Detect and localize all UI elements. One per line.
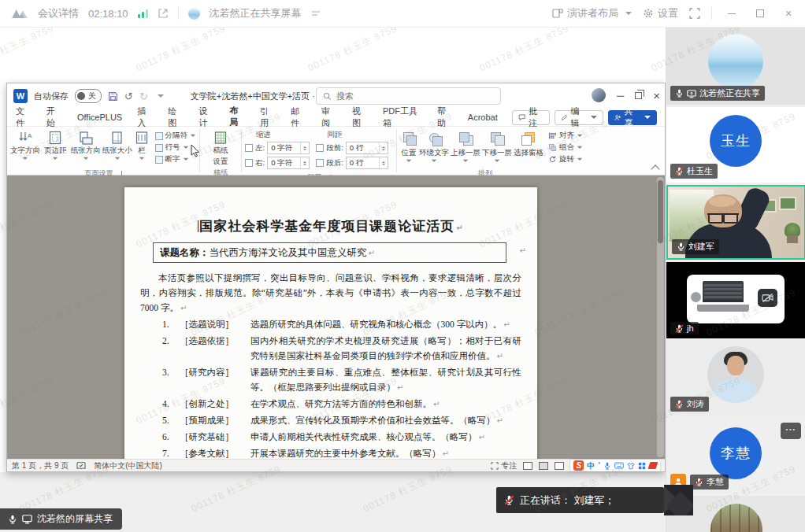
- close-button[interactable]: ×: [780, 7, 797, 20]
- maximize-button[interactable]: [751, 7, 769, 20]
- camera-off-placeholder: [687, 275, 785, 323]
- word-window: W 自动保存 关 ↺ ↻ 文学院+沈若然+中国文学+活页 · 已保存: [6, 83, 666, 472]
- indent-right-stepper[interactable]: 0 字符: [267, 157, 310, 169]
- page-indicator[interactable]: 第 1 页，共 9 页: [12, 460, 69, 471]
- indent-left-stepper[interactable]: 0 字符: [267, 142, 310, 154]
- quick-access-caret-icon[interactable]: [158, 94, 164, 101]
- list-item: 3.［研究内容］课题研究的主要目标、重点难点、整体框架、研究计划及其可行性等。（…: [162, 365, 521, 395]
- list-item: 4.［创新之处］在学术观点、研究方法等方面的特色和创新。↵: [162, 397, 521, 412]
- meeting-details-button[interactable]: 会议详情: [38, 6, 79, 20]
- account-avatar[interactable]: [592, 88, 606, 102]
- word-minimize-button[interactable]: ─: [617, 90, 624, 102]
- document-page[interactable]: 国家社会科学基金年度项目课题论证活页↵ 课题名称：当代西方海洋文论及其中国意义研…: [124, 187, 537, 459]
- group-paper: 稿纸 设置 稿纸: [200, 127, 241, 175]
- participant-tile[interactable]: 玉生 杜玉生: [666, 107, 805, 183]
- participant-tile[interactable]: jh: [666, 262, 805, 338]
- focus-mode-button[interactable]: 专注: [491, 460, 517, 471]
- read-mode-view-button[interactable]: [523, 462, 532, 470]
- paper-size-icon: [110, 131, 124, 145]
- web-layout-view-button[interactable]: [555, 462, 564, 470]
- position-button[interactable]: 位置: [400, 129, 417, 165]
- participant-tile[interactable]: 李慧 ⋯ 李慧: [666, 418, 805, 493]
- sharing-status-text: 沈若然正在共享屏幕: [210, 6, 302, 20]
- genko-setup-button[interactable]: 稿纸 设置: [203, 129, 238, 167]
- align-button[interactable]: 对齐: [548, 131, 583, 141]
- ribbon-layout-tab: 文字方向 页边距 纸张方向 纸张大小: [7, 127, 665, 175]
- fullscreen-icon[interactable]: [689, 8, 700, 19]
- redo-button[interactable]: ↻: [139, 91, 148, 102]
- autosave-state: 关: [88, 91, 96, 102]
- search-input[interactable]: [336, 91, 470, 101]
- toolbox-icon[interactable]: [638, 462, 646, 470]
- selection-pane-button[interactable]: 选择窗格: [514, 129, 543, 158]
- word-close-button[interactable]: ×: [653, 89, 660, 102]
- mouse-cursor: [191, 144, 200, 158]
- mic-muted-icon: [675, 400, 684, 408]
- breaks-button[interactable]: 分隔符: [155, 131, 197, 141]
- layout-switcher[interactable]: 演讲者布局: [552, 6, 632, 20]
- space-after-stepper[interactable]: 0 行: [346, 157, 388, 169]
- active-speaker-text: 正在讲话： 刘建军；: [520, 493, 615, 508]
- space-before-stepper[interactable]: 0 行: [346, 142, 388, 154]
- skin-icon[interactable]: [627, 462, 635, 470]
- sogou-tool-icon[interactable]: [648, 462, 658, 469]
- save-icon[interactable]: [108, 91, 118, 102]
- space-before-label: 段前:: [326, 143, 343, 153]
- scrollbar-thumb[interactable]: [658, 180, 663, 243]
- margins-button[interactable]: 页边距: [42, 129, 69, 163]
- space-before-icon: [316, 144, 324, 152]
- settings-button[interactable]: 设置: [643, 6, 678, 20]
- send-backward-button[interactable]: 下移一层: [482, 129, 512, 165]
- participant-tile[interactable]: 沈若然正在共享: [666, 28, 805, 105]
- text-direction-button[interactable]: 文字方向: [10, 129, 40, 163]
- open-share-window-icon[interactable]: [158, 8, 169, 19]
- chinese-mode-icon[interactable]: 中: [587, 460, 595, 471]
- meeting-timer: 02:18:10: [88, 8, 128, 20]
- avatar-initials: 李慧: [710, 427, 762, 479]
- rotate-button[interactable]: 旋转: [548, 154, 583, 164]
- tab-acrobat[interactable]: Acrobat: [467, 110, 499, 124]
- word-restore-button[interactable]: [635, 92, 642, 99]
- word-search-box[interactable]: [316, 87, 501, 105]
- speaker-mic-icon: [504, 495, 514, 505]
- punctuation-icon[interactable]: ’: [598, 461, 600, 470]
- editing-mode-button[interactable]: 编辑: [555, 110, 603, 125]
- participant-name-badge: 杜玉生: [670, 164, 718, 179]
- wrap-text-button[interactable]: 环绕文字: [419, 129, 449, 165]
- print-layout-view-button[interactable]: [539, 462, 548, 470]
- participant-tile-active-speaker[interactable]: 刘建军: [666, 185, 805, 260]
- autosave-toggle[interactable]: 关: [75, 89, 102, 103]
- orientation-button[interactable]: 纸张方向: [71, 129, 101, 163]
- subject-label: 课题名称：: [160, 247, 210, 258]
- tab-officeplus[interactable]: OfficePLUS: [76, 110, 123, 124]
- indent-left-icon: [245, 144, 253, 152]
- more-options-button[interactable]: ⋯: [781, 423, 801, 439]
- document-canvas[interactable]: 国家社会科学基金年度项目课题论证活页↵ 课题名称：当代西方海洋文论及其中国意义研…: [7, 175, 665, 459]
- voice-input-icon[interactable]: [603, 462, 611, 470]
- divider: [178, 7, 179, 20]
- soft-keyboard-icon[interactable]: [614, 462, 624, 469]
- subject-value: 当代西方海洋文论及其中国意义研究: [210, 247, 367, 258]
- columns-button[interactable]: 栏: [134, 129, 150, 163]
- comments-button[interactable]: 批注: [512, 110, 550, 125]
- group-page-setup: 文字方向 页边距 纸张方向 纸张大小: [7, 127, 199, 175]
- indent-left-label: 左:: [255, 143, 265, 153]
- spellcheck-icon[interactable]: [76, 461, 86, 471]
- collapse-ribbon-icon[interactable]: [651, 164, 659, 173]
- document-scrollbar[interactable]: [657, 177, 664, 457]
- bring-forward-button[interactable]: 上移一层: [451, 129, 480, 165]
- minimize-button[interactable]: ─: [723, 7, 740, 20]
- gear-icon: [643, 8, 654, 19]
- group-button[interactable]: 组合: [548, 142, 583, 153]
- sogou-logo-icon[interactable]: S: [573, 460, 584, 471]
- indent-header: 缩进: [256, 130, 310, 140]
- participant-tile[interactable]: 刘涛: [666, 341, 805, 416]
- meeting-topbar: 会议详情 02:18:10 沈若然正在共享屏幕 演讲者布局 设置 ─ ×: [0, 0, 805, 28]
- paper-size-button[interactable]: 纸张大小: [102, 129, 132, 163]
- mic-muted-icon: [675, 167, 684, 175]
- sharing-list-icon[interactable]: [311, 9, 321, 18]
- undo-button[interactable]: ↺: [124, 91, 133, 102]
- language-indicator[interactable]: 简体中文(中国大陆): [94, 460, 162, 471]
- share-button[interactable]: 共享: [608, 110, 657, 125]
- screen-share-banner[interactable]: 沈若然的屏幕共享: [0, 508, 122, 530]
